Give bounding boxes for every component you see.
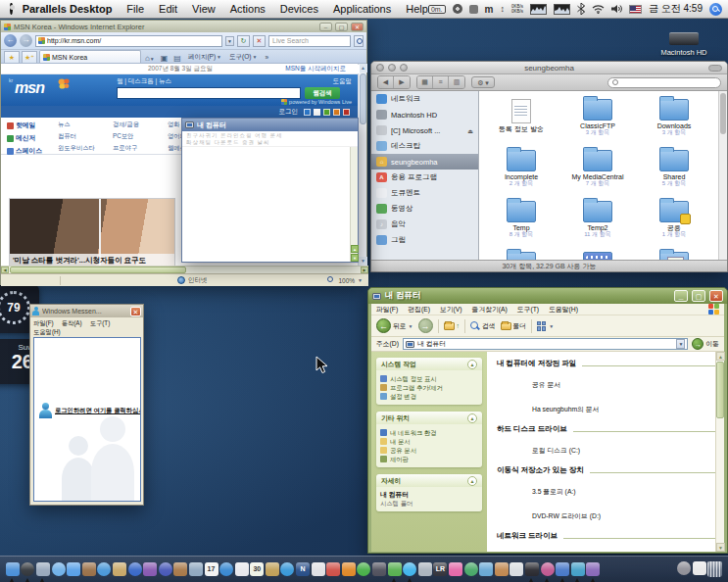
page-menu-button[interactable]: 페이지(P)▼ xyxy=(185,51,224,63)
quick-link[interactable]: 메신저 xyxy=(7,133,58,143)
dock-app-icon-keypad-grid[interactable] xyxy=(525,562,539,576)
add-favorite-button[interactable]: ★⁺ xyxy=(22,51,37,63)
dock-app-icon-finder[interactable] xyxy=(6,562,20,576)
dock-app-icon-parrot-app[interactable] xyxy=(326,562,340,576)
system-tasks-header[interactable]: 시스템 작업▲ xyxy=(376,358,482,370)
sidebar-item[interactable]: 그림 xyxy=(371,232,478,248)
dock-app-icon-photo-booth[interactable] xyxy=(189,562,203,576)
nav-link[interactable]: 프로야구 xyxy=(113,144,168,153)
ie-back-button[interactable]: ← xyxy=(4,34,17,47)
macintosh-hd-desktop-icon[interactable]: Macintosh HD xyxy=(651,32,717,57)
finder-item[interactable]: 공용 1 개 항목 xyxy=(636,197,712,248)
file-item[interactable]: 공유 문서 xyxy=(497,372,720,397)
xp-title-bar[interactable]: 내 컴퓨터 ＿ ▢ ✕ xyxy=(368,288,727,304)
apple-menu-icon[interactable] xyxy=(10,3,13,15)
icon-view-button[interactable]: ▦ xyxy=(417,76,433,88)
dock-app-icon-lock-purple[interactable] xyxy=(586,562,600,576)
menu-actions[interactable]: 동작(A) xyxy=(62,318,82,327)
xp-menu-item[interactable]: 즐겨찾기(A) xyxy=(472,305,508,315)
ie-close-button[interactable]: ✕ xyxy=(351,23,364,31)
finder-item[interactable] xyxy=(483,248,559,260)
finder-item[interactable]: ClassicFTP 3 개 항목 xyxy=(559,95,636,146)
messenger-title-bar[interactable]: Windows Messen... ✕ xyxy=(30,305,143,317)
menu-file[interactable]: 파일(F) xyxy=(33,318,54,327)
dock-app-icon-garageband[interactable] xyxy=(173,562,187,576)
menu-help[interactable]: 도움말(H) xyxy=(33,327,61,336)
address-field[interactable]: 내 컴퓨터 ▼ xyxy=(403,338,688,350)
finder-item[interactable] xyxy=(559,248,636,260)
sidebar-item[interactable]: Macintosh HD xyxy=(371,107,478,122)
xp-close-button[interactable]: ✕ xyxy=(709,290,723,302)
menu-item[interactable]: Help xyxy=(406,3,428,15)
back-button[interactable]: ◀ xyxy=(378,76,394,88)
dock-app-icon-imovie[interactable] xyxy=(143,562,157,576)
finder-title-bar[interactable]: seungbeomha xyxy=(371,62,727,74)
search-magnifier-button[interactable] xyxy=(354,35,364,47)
dock-app-icon-chair-app[interactable] xyxy=(510,562,523,576)
menu-item[interactable]: Applications xyxy=(333,3,391,15)
quick-link[interactable]: 핫메일 xyxy=(7,121,58,130)
sidebar-item[interactable]: 데스크탑 xyxy=(371,138,478,154)
nav-link[interactable]: 뉴스 xyxy=(58,121,113,129)
display-mirror-icon[interactable]: 0m. xyxy=(428,5,446,14)
sidebar-item[interactable]: ♪ 음악 xyxy=(371,217,478,232)
ie-refresh-button[interactable]: ↻ xyxy=(237,35,250,47)
plugin-icon[interactable] xyxy=(469,5,478,14)
scroll-up-arrow[interactable]: ▲ xyxy=(359,64,367,73)
xp-scroll-thumb[interactable] xyxy=(716,362,724,418)
sidebar-item[interactable]: ⌂ seungbeomha xyxy=(371,154,478,170)
file-item[interactable]: Ha seungbuhm의 문서 xyxy=(497,397,720,421)
finder-item[interactable]: Shared 5 개 항목 xyxy=(636,146,712,197)
ie-stop-button[interactable]: ✕ xyxy=(253,35,266,47)
sidebar-item[interactable]: 동영상 xyxy=(371,201,478,217)
menu-clock[interactable]: 금 오전 4:59 xyxy=(649,2,703,16)
finder-search-field[interactable] xyxy=(607,77,721,88)
removable-item[interactable]: 3.5 플로피 (A:) xyxy=(497,479,720,504)
place-link[interactable]: 제어판 xyxy=(380,456,478,462)
msn-top-links[interactable]: 웹 | 데스크톱 | 뉴스 xyxy=(117,77,171,86)
dock-app-icon-vlc[interactable] xyxy=(342,562,356,576)
dock-app-icon-home-app[interactable] xyxy=(479,562,493,576)
web-search-button[interactable]: 웹검색 xyxy=(305,87,340,99)
task-link[interactable]: 설정 변경 xyxy=(380,393,478,400)
folders-button[interactable]: 폴더 xyxy=(501,321,527,331)
sidebar-item[interactable]: A 응용 프로그램 xyxy=(371,170,478,185)
other-places-header[interactable]: 기타 위치▲ xyxy=(376,412,482,424)
dock-app-icon-pinwheel[interactable] xyxy=(541,562,555,576)
favorites-star-button[interactable]: ★ xyxy=(4,51,20,63)
menu-item[interactable]: File xyxy=(126,3,144,15)
popup-vertical-scrollbar[interactable]: ▲ ▼ xyxy=(350,147,358,262)
popup-scroll-up-arrow[interactable]: ▲ xyxy=(351,245,359,253)
dock-app-icon-text-editor[interactable] xyxy=(312,562,325,576)
dock-right-icon-pictures-stack[interactable] xyxy=(693,561,706,575)
scroll-right-arrow[interactable]: ▶ xyxy=(361,267,368,273)
tools-menu-button[interactable]: 도구(O)▼ xyxy=(226,51,260,63)
scroll-down-arrow[interactable]: ▼ xyxy=(359,257,367,266)
live-search-input[interactable]: Live Search xyxy=(268,35,351,47)
dock-app-icon-webcam-eye[interactable] xyxy=(464,562,478,576)
set-homepage-link[interactable]: MSN을 시작페이지로 xyxy=(285,65,360,73)
drive-item[interactable]: 로컬 디스크 (C:) xyxy=(497,438,720,462)
dock-app-icon-msn-messenger[interactable] xyxy=(388,562,402,576)
nav-link[interactable]: 경제/금융 xyxy=(113,121,168,129)
dock-app-icon-quicktime[interactable] xyxy=(128,562,142,576)
xp-menu-item[interactable]: 도구(T) xyxy=(517,305,539,315)
spotlight-icon[interactable] xyxy=(709,3,722,16)
popup-title-bar[interactable]: 내 컴퓨터 xyxy=(182,119,358,131)
ie-address-bar[interactable]: http://kr.msn.com/ xyxy=(35,35,222,47)
finder-item[interactable]: 등록 정보 발송 xyxy=(483,95,559,146)
details-header[interactable]: 자세히▲ xyxy=(376,474,482,487)
address-dropdown-button[interactable]: ▼ xyxy=(225,36,234,46)
back-forward-control[interactable]: ◀▶ xyxy=(377,75,411,89)
dock-app-icon-play-green[interactable] xyxy=(357,562,370,576)
bluetooth-icon[interactable] xyxy=(577,3,585,15)
dock-app-icon-address-book[interactable] xyxy=(82,562,96,576)
color-square-orange[interactable] xyxy=(333,109,340,116)
color-square-red[interactable] xyxy=(343,109,350,116)
finder-item[interactable]: Downloads 3 개 항목 xyxy=(636,95,712,146)
search-button[interactable]: 검색 xyxy=(470,321,496,331)
dock-app-icon-lightroom[interactable]: LR xyxy=(433,562,447,576)
login-link[interactable]: 로그인 xyxy=(279,108,299,117)
wifi-icon[interactable] xyxy=(592,4,605,14)
ie-title-bar[interactable]: MSN Korea - Windows Internet Explorer – … xyxy=(1,21,366,32)
